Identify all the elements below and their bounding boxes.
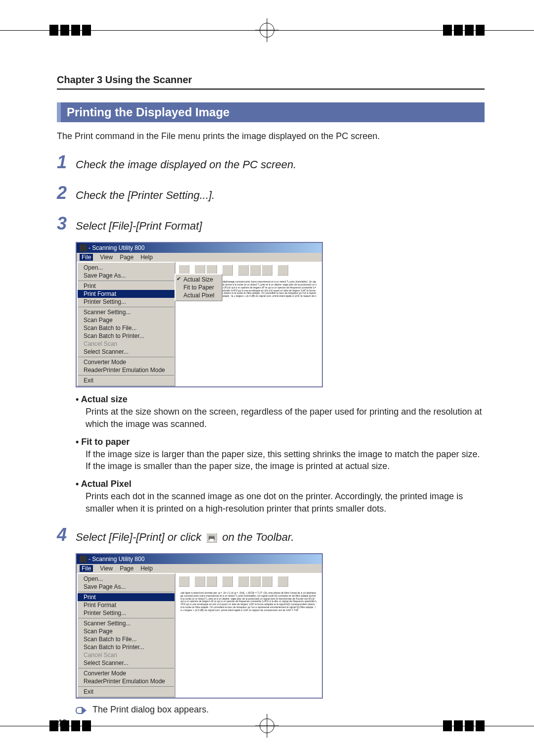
bullet-fit-to-paper-title: Fit to paper xyxy=(76,437,485,447)
menubar-help[interactable]: Help xyxy=(140,254,153,261)
step-4-number: 4 xyxy=(57,524,76,545)
menu-printer-setting[interactable]: Printer Setting... xyxy=(78,609,175,617)
menubar-help[interactable]: Help xyxy=(140,565,153,572)
menu-exit[interactable]: Exit xyxy=(78,377,175,384)
step-2-number: 2 xyxy=(57,183,76,203)
chapter-title: Chapter 3 Using the Scanner xyxy=(57,74,485,90)
menubar-page[interactable]: Page xyxy=(120,254,134,261)
step-4-text-after: on the Toolbar. xyxy=(222,531,294,543)
step-4-text-before: Select [File]-[Print] or click xyxy=(76,531,201,543)
menu-converter-mode[interactable]: Converter Mode xyxy=(78,358,175,366)
menu-scan-batch-printer[interactable]: Scan Batch to Printer... xyxy=(78,332,175,340)
menu-cancel-scan: Cancel Scan xyxy=(78,651,175,659)
menubar-view[interactable]: View xyxy=(100,254,113,261)
menu-scan-batch-printer[interactable]: Scan Batch to Printer... xyxy=(78,643,175,651)
screenshot-print: - Scanning Utility 800 File View Page He… xyxy=(76,553,323,699)
toolbar-btn[interactable] xyxy=(238,576,249,587)
toolbar-btn[interactable] xyxy=(277,265,288,276)
screenshot-b-menubar: File View Page Help xyxy=(77,564,322,573)
print-format-submenu: Actual Size Fit to Paper Actual Pixel xyxy=(175,274,222,301)
toolbar-btn[interactable] xyxy=(194,576,205,587)
menu-scan-batch-file[interactable]: Scan Batch to File... xyxy=(78,635,175,643)
screenshot-a-file-menu: Open... Save Page As... Print Print Form… xyxy=(77,262,176,386)
bullet-actual-pixel-title: Actual Pixel xyxy=(76,479,485,489)
screenshot-b-file-menu: Open... Save Page As... Print Print Form… xyxy=(77,573,176,698)
document-preview: ude ligne à retard est donnée par: φ = -… xyxy=(178,590,319,614)
menu-readerprinter-emulation[interactable]: ReaderPrinter Emulation Mode xyxy=(78,677,175,685)
step-3-number: 3 xyxy=(57,213,76,234)
step-3-text: Select [File]-[Print Format] xyxy=(76,220,202,233)
menu-cancel-scan: Cancel Scan xyxy=(78,340,175,348)
screenshot-a-window-title: - Scanning Utility 800 xyxy=(89,244,144,251)
menu-scan-batch-file[interactable]: Scan Batch to File... xyxy=(78,324,175,332)
toolbar-btn[interactable] xyxy=(262,576,272,587)
menu-print[interactable]: Print xyxy=(78,593,175,601)
step-1-text: Check the image displayed on the PC scre… xyxy=(76,158,296,171)
crop-marks-top xyxy=(0,20,534,41)
menu-exit[interactable]: Exit xyxy=(78,688,175,696)
menubar-file[interactable]: File xyxy=(80,254,93,261)
toolbar-btn[interactable] xyxy=(262,265,272,276)
toolbar-print-btn[interactable] xyxy=(222,576,233,587)
menu-save-page-as[interactable]: Save Page As... xyxy=(78,272,175,280)
toolbar-btn[interactable] xyxy=(206,576,217,587)
menu-scanner-setting[interactable]: Scanner Setting... xyxy=(78,308,175,316)
app-icon xyxy=(80,244,87,251)
screenshot-b-toolbar xyxy=(178,576,319,587)
bullet-fit-to-paper-body: If the image size is larger than the pap… xyxy=(86,448,485,472)
toolbar-btn[interactable] xyxy=(250,576,261,587)
submenu-actual-pixel[interactable]: Actual Pixel xyxy=(183,291,220,299)
bullet-actual-pixel-body: Prints each dot in the scanned image as … xyxy=(86,490,485,515)
crop-marks-bottom xyxy=(0,715,534,736)
menubar-view[interactable]: View xyxy=(100,565,113,572)
menu-converter-mode[interactable]: Converter Mode xyxy=(78,669,175,677)
menu-select-scanner[interactable]: Select Scanner... xyxy=(78,659,175,667)
menu-save-page-as[interactable]: Save Page As... xyxy=(78,583,175,591)
result-arrow-icon xyxy=(76,706,89,714)
menubar-file[interactable]: File xyxy=(80,565,93,572)
screenshot-a-titlebar: - Scanning Utility 800 xyxy=(77,243,322,253)
menu-print[interactable]: Print xyxy=(78,282,175,290)
section-title-bar: Printing the Displayed Image xyxy=(57,102,485,122)
menu-print-format[interactable]: Print Format xyxy=(78,290,175,298)
menu-open[interactable]: Open... xyxy=(78,575,175,583)
step-1-number: 1 xyxy=(57,152,76,173)
menubar-page[interactable]: Page xyxy=(120,565,134,572)
print-icon xyxy=(206,533,217,543)
menu-readerprinter-emulation[interactable]: ReaderPrinter Emulation Mode xyxy=(78,366,175,374)
bullet-actual-size-title: Actual size xyxy=(76,394,485,405)
intro-paragraph: The Print command in the File menu print… xyxy=(57,130,485,142)
submenu-actual-size[interactable]: Actual Size xyxy=(183,276,220,284)
menu-select-scanner[interactable]: Select Scanner... xyxy=(78,348,175,356)
submenu-fit-to-paper[interactable]: Fit to Paper xyxy=(183,284,220,291)
result-text: The Print dialog box appears. xyxy=(92,705,209,715)
step-4-text: Select [File]-[Print] or click on the To… xyxy=(76,531,294,544)
toolbar-btn[interactable] xyxy=(178,576,189,587)
menu-scan-page[interactable]: Scan Page xyxy=(78,627,175,635)
menu-open[interactable]: Open... xyxy=(78,264,175,272)
screenshot-a-menubar: File View Page Help xyxy=(77,253,322,262)
screenshot-print-format: - Scanning Utility 800 File View Page He… xyxy=(76,242,323,387)
menu-print-format[interactable]: Print Format xyxy=(78,601,175,609)
menu-scan-page[interactable]: Scan Page xyxy=(78,316,175,324)
menu-printer-setting[interactable]: Printer Setting... xyxy=(78,298,175,306)
toolbar-btn[interactable] xyxy=(250,265,261,276)
app-icon xyxy=(80,556,87,563)
screenshot-b-window-title: - Scanning Utility 800 xyxy=(89,556,144,563)
menu-scanner-setting[interactable]: Scanner Setting... xyxy=(78,619,175,627)
screenshot-b-titlebar: - Scanning Utility 800 xyxy=(77,554,322,564)
toolbar-print-btn[interactable] xyxy=(222,265,233,276)
step-2-text: Check the [Printer Setting...]. xyxy=(76,189,215,202)
toolbar-btn[interactable] xyxy=(238,265,249,276)
toolbar-btn[interactable] xyxy=(277,576,288,587)
bullet-actual-size-body: Prints at the size shown on the screen, … xyxy=(86,406,485,430)
